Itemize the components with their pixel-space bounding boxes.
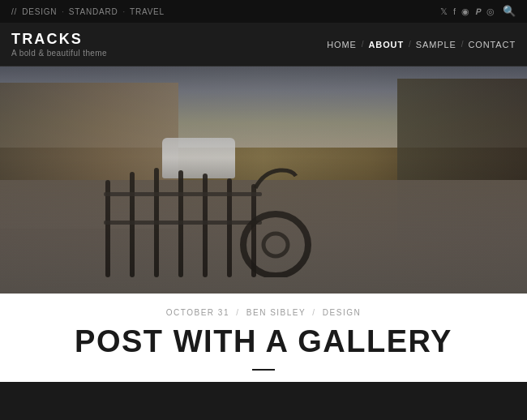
tag-list: // DESIGN · STANDARD · TRAVEL xyxy=(11,7,165,16)
slash-prefix: // xyxy=(11,7,17,16)
instagram-icon[interactable]: ◉ xyxy=(461,6,469,17)
top-bar: // DESIGN · STANDARD · TRAVEL 𝕏 f ◉ 𝙋 ◎ … xyxy=(0,0,527,23)
nav-contact[interactable]: CONTACT xyxy=(468,40,516,49)
social-icons: 𝕏 f ◉ 𝙋 ◎ 🔍 xyxy=(440,5,516,18)
pinterest-icon[interactable]: 𝙋 xyxy=(475,6,481,17)
site-logo[interactable]: TRACKS A bold & beautiful theme xyxy=(11,31,107,58)
hero-image xyxy=(0,66,527,294)
site-title: TRACKS xyxy=(11,31,107,48)
post-category: DESIGN xyxy=(323,308,361,317)
facebook-icon[interactable]: f xyxy=(453,6,456,16)
hero-bg xyxy=(0,66,527,294)
nav-home[interactable]: HOME xyxy=(327,40,357,49)
tag-travel[interactable]: TRAVEL xyxy=(130,7,165,16)
post-area: OCTOBER 31 / BEN SIBLEY / DESIGN POST WI… xyxy=(0,294,527,382)
post-author: BEN SIBLEY xyxy=(246,308,306,317)
hero-overlay xyxy=(0,66,527,294)
main-nav: HOME / ABOUT / SAMPLE / CONTACT xyxy=(327,40,516,49)
nav-sample[interactable]: SAMPLE xyxy=(416,40,456,49)
tag-standard[interactable]: STANDARD xyxy=(69,7,118,16)
post-meta: OCTOBER 31 / BEN SIBLEY / DESIGN xyxy=(11,308,516,317)
site-header: TRACKS A bold & beautiful theme HOME / A… xyxy=(0,23,527,66)
post-divider xyxy=(252,369,275,371)
post-title: POST WITH A GALLERY xyxy=(11,325,516,359)
post-date: OCTOBER 31 xyxy=(166,308,229,317)
nav-about[interactable]: ABOUT xyxy=(368,40,404,49)
site-tagline: A bold & beautiful theme xyxy=(11,49,107,58)
rss-icon[interactable]: ◎ xyxy=(486,6,495,17)
search-icon[interactable]: 🔍 xyxy=(503,5,516,18)
twitter-icon[interactable]: 𝕏 xyxy=(440,6,448,17)
tag-design[interactable]: DESIGN xyxy=(22,7,57,16)
